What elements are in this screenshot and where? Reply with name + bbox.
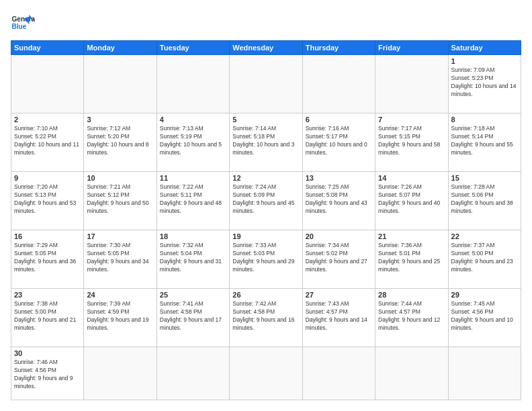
generalblue-logo-icon: General Blue xyxy=(11,11,35,35)
calendar-cell xyxy=(230,55,302,113)
calendar-cell: 10Sunrise: 7:21 AMSunset: 5:12 PMDayligh… xyxy=(84,172,157,230)
calendar-cell: 25Sunrise: 7:41 AMSunset: 4:58 PMDayligh… xyxy=(157,289,229,347)
calendar-cell xyxy=(302,55,375,113)
calendar-cell xyxy=(157,347,229,400)
logo: General Blue xyxy=(11,11,35,35)
calendar-cell: 20Sunrise: 7:34 AMSunset: 5:02 PMDayligh… xyxy=(302,230,375,289)
day-number: 12 xyxy=(232,174,299,182)
day-info: Sunrise: 7:09 AMSunset: 5:23 PMDaylight:… xyxy=(451,66,518,99)
day-number: 14 xyxy=(378,174,445,182)
day-info: Sunrise: 7:34 AMSunset: 5:02 PMDaylight:… xyxy=(306,242,372,274)
calendar-cell: 15Sunrise: 7:28 AMSunset: 5:06 PMDayligh… xyxy=(448,172,521,230)
calendar-cell: 22Sunrise: 7:37 AMSunset: 5:00 PMDayligh… xyxy=(448,230,521,289)
day-of-week-header: Wednesday xyxy=(230,41,302,55)
day-number: 4 xyxy=(160,116,226,124)
calendar-cell: 7Sunrise: 7:17 AMSunset: 5:15 PMDaylight… xyxy=(375,113,448,172)
page: General Blue SundayMondayTuesdayWednesda… xyxy=(0,0,532,411)
day-number: 11 xyxy=(160,174,226,182)
day-number: 23 xyxy=(14,291,81,299)
svg-text:Blue: Blue xyxy=(11,23,26,30)
day-number: 6 xyxy=(306,116,372,124)
day-info: Sunrise: 7:32 AMSunset: 5:04 PMDaylight:… xyxy=(160,242,226,274)
day-number: 3 xyxy=(87,116,153,124)
day-info: Sunrise: 7:12 AMSunset: 5:20 PMDaylight:… xyxy=(87,125,153,157)
day-number: 24 xyxy=(87,291,153,299)
calendar-cell: 14Sunrise: 7:26 AMSunset: 5:07 PMDayligh… xyxy=(375,172,448,230)
day-of-week-header: Friday xyxy=(375,41,448,55)
calendar-cell: 18Sunrise: 7:32 AMSunset: 5:04 PMDayligh… xyxy=(157,230,229,289)
day-number: 27 xyxy=(306,291,372,299)
day-info: Sunrise: 7:39 AMSunset: 4:59 PMDaylight:… xyxy=(87,300,153,332)
calendar-cell xyxy=(230,347,302,400)
calendar-cell: 4Sunrise: 7:13 AMSunset: 5:19 PMDaylight… xyxy=(157,113,229,172)
day-info: Sunrise: 7:10 AMSunset: 5:22 PMDaylight:… xyxy=(14,125,81,157)
calendar-cell: 19Sunrise: 7:33 AMSunset: 5:03 PMDayligh… xyxy=(230,230,302,289)
calendar-cell xyxy=(84,347,157,400)
calendar-cell: 3Sunrise: 7:12 AMSunset: 5:20 PMDaylight… xyxy=(84,113,157,172)
day-info: Sunrise: 7:28 AMSunset: 5:06 PMDaylight:… xyxy=(451,183,518,216)
day-of-week-header: Sunday xyxy=(11,41,84,55)
day-info: Sunrise: 7:29 AMSunset: 5:05 PMDaylight:… xyxy=(14,242,81,274)
day-number: 19 xyxy=(232,232,299,240)
day-info: Sunrise: 7:37 AMSunset: 5:00 PMDaylight:… xyxy=(451,242,518,274)
day-number: 2 xyxy=(14,116,81,124)
day-number: 9 xyxy=(14,174,81,182)
calendar-cell: 1Sunrise: 7:09 AMSunset: 5:23 PMDaylight… xyxy=(448,55,521,113)
day-number: 13 xyxy=(306,174,372,182)
calendar-cell xyxy=(375,347,448,400)
calendar-cell: 30Sunrise: 7:46 AMSunset: 4:56 PMDayligh… xyxy=(11,347,84,400)
calendar-cell: 12Sunrise: 7:24 AMSunset: 5:09 PMDayligh… xyxy=(230,172,302,230)
calendar-cell: 17Sunrise: 7:30 AMSunset: 5:05 PMDayligh… xyxy=(84,230,157,289)
day-info: Sunrise: 7:13 AMSunset: 5:19 PMDaylight:… xyxy=(160,125,226,157)
day-of-week-header: Monday xyxy=(84,41,157,55)
calendar-cell xyxy=(11,55,84,113)
day-number: 7 xyxy=(378,116,445,124)
day-info: Sunrise: 7:18 AMSunset: 5:14 PMDaylight:… xyxy=(451,125,518,157)
day-info: Sunrise: 7:41 AMSunset: 4:58 PMDaylight:… xyxy=(160,300,226,332)
day-info: Sunrise: 7:24 AMSunset: 5:09 PMDaylight:… xyxy=(232,183,299,216)
day-info: Sunrise: 7:14 AMSunset: 5:18 PMDaylight:… xyxy=(232,125,299,157)
day-number: 21 xyxy=(378,232,445,240)
day-number: 30 xyxy=(14,349,81,357)
calendar-cell: 11Sunrise: 7:22 AMSunset: 5:11 PMDayligh… xyxy=(157,172,229,230)
calendar-cell: 5Sunrise: 7:14 AMSunset: 5:18 PMDaylight… xyxy=(230,113,302,172)
day-info: Sunrise: 7:38 AMSunset: 5:00 PMDaylight:… xyxy=(14,300,81,332)
day-number: 25 xyxy=(160,291,226,299)
day-number: 20 xyxy=(306,232,372,240)
day-of-week-header: Saturday xyxy=(448,41,521,55)
day-info: Sunrise: 7:22 AMSunset: 5:11 PMDaylight:… xyxy=(160,183,226,216)
day-info: Sunrise: 7:20 AMSunset: 5:13 PMDaylight:… xyxy=(14,183,81,216)
day-info: Sunrise: 7:44 AMSunset: 4:57 PMDaylight:… xyxy=(378,300,445,332)
day-info: Sunrise: 7:21 AMSunset: 5:12 PMDaylight:… xyxy=(87,183,153,216)
calendar-cell: 23Sunrise: 7:38 AMSunset: 5:00 PMDayligh… xyxy=(11,289,84,347)
calendar-cell: 26Sunrise: 7:42 AMSunset: 4:58 PMDayligh… xyxy=(230,289,302,347)
day-number: 29 xyxy=(451,291,518,299)
day-info: Sunrise: 7:33 AMSunset: 5:03 PMDaylight:… xyxy=(232,242,299,274)
calendar-cell xyxy=(375,55,448,113)
day-number: 1 xyxy=(451,57,518,65)
day-info: Sunrise: 7:16 AMSunset: 5:17 PMDaylight:… xyxy=(306,125,372,157)
day-number: 26 xyxy=(232,291,299,299)
calendar-cell: 27Sunrise: 7:43 AMSunset: 4:57 PMDayligh… xyxy=(302,289,375,347)
calendar-cell: 21Sunrise: 7:36 AMSunset: 5:01 PMDayligh… xyxy=(375,230,448,289)
calendar-cell: 6Sunrise: 7:16 AMSunset: 5:17 PMDaylight… xyxy=(302,113,375,172)
calendar-cell: 29Sunrise: 7:45 AMSunset: 4:56 PMDayligh… xyxy=(448,289,521,347)
day-info: Sunrise: 7:25 AMSunset: 5:08 PMDaylight:… xyxy=(306,183,372,216)
day-info: Sunrise: 7:17 AMSunset: 5:15 PMDaylight:… xyxy=(378,125,445,157)
day-info: Sunrise: 7:42 AMSunset: 4:58 PMDaylight:… xyxy=(232,300,299,332)
day-info: Sunrise: 7:26 AMSunset: 5:07 PMDaylight:… xyxy=(378,183,445,216)
day-number: 15 xyxy=(451,174,518,182)
day-of-week-header: Tuesday xyxy=(157,41,229,55)
calendar-cell: 8Sunrise: 7:18 AMSunset: 5:14 PMDaylight… xyxy=(448,113,521,172)
calendar-cell: 9Sunrise: 7:20 AMSunset: 5:13 PMDaylight… xyxy=(11,172,84,230)
day-info: Sunrise: 7:30 AMSunset: 5:05 PMDaylight:… xyxy=(87,242,153,274)
calendar-cell xyxy=(157,55,229,113)
day-info: Sunrise: 7:43 AMSunset: 4:57 PMDaylight:… xyxy=(306,300,372,332)
day-info: Sunrise: 7:46 AMSunset: 4:56 PMDaylight:… xyxy=(14,359,81,391)
calendar-cell: 28Sunrise: 7:44 AMSunset: 4:57 PMDayligh… xyxy=(375,289,448,347)
day-number: 17 xyxy=(87,232,153,240)
calendar-cell: 24Sunrise: 7:39 AMSunset: 4:59 PMDayligh… xyxy=(84,289,157,347)
day-number: 16 xyxy=(14,232,81,240)
calendar-cell xyxy=(84,55,157,113)
calendar-cell: 16Sunrise: 7:29 AMSunset: 5:05 PMDayligh… xyxy=(11,230,84,289)
